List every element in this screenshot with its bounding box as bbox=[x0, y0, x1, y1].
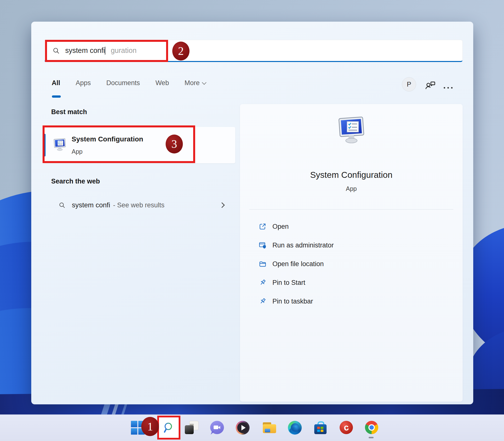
shield-icon bbox=[259, 241, 266, 249]
annotation-step-3: 3 bbox=[166, 135, 183, 154]
open-icon bbox=[259, 222, 266, 230]
tab-documents[interactable]: Documents bbox=[106, 79, 140, 87]
system-configuration-app-icon-large bbox=[336, 115, 367, 146]
pin-icon bbox=[259, 279, 266, 286]
task-view-icon bbox=[185, 421, 199, 435]
folder-icon bbox=[259, 260, 266, 268]
search-filter-tabs: All Apps Documents Web More bbox=[52, 79, 205, 87]
more-options-icon[interactable] bbox=[444, 87, 453, 89]
web-suggestion-hint: - See web results bbox=[113, 202, 165, 209]
pin-icon bbox=[259, 297, 266, 305]
file-explorer-button[interactable] bbox=[262, 421, 276, 435]
running-app-indicator bbox=[369, 437, 374, 438]
file-explorer-icon bbox=[262, 421, 276, 435]
active-tab-indicator bbox=[52, 95, 61, 98]
action-pin-to-start[interactable]: Pin to Start bbox=[240, 273, 463, 292]
chat-button[interactable] bbox=[210, 421, 224, 435]
desktop: system configuration All Apps Documents … bbox=[0, 0, 504, 441]
search-flyout: system configuration All Apps Documents … bbox=[31, 22, 473, 404]
action-list: Open Run as administrator bbox=[240, 217, 463, 311]
ccleaner-icon: c bbox=[340, 421, 353, 434]
divider bbox=[249, 209, 453, 210]
detail-title: System Configuration bbox=[240, 170, 463, 180]
edge-icon bbox=[288, 421, 302, 435]
web-suggestion-query: system confi bbox=[72, 201, 110, 209]
tab-web[interactable]: Web bbox=[156, 79, 169, 87]
tab-more[interactable]: More bbox=[185, 79, 206, 87]
tab-apps[interactable]: Apps bbox=[76, 79, 91, 87]
search-magnifier-icon bbox=[163, 421, 175, 434]
chrome-button[interactable] bbox=[365, 421, 379, 435]
microsoft-store-button[interactable] bbox=[313, 421, 327, 435]
section-search-the-web: Search the web bbox=[51, 178, 100, 185]
media-player-icon bbox=[236, 421, 250, 435]
result-detail-panel: System Configuration App Open bbox=[240, 104, 463, 402]
microsoft-store-icon bbox=[313, 421, 327, 435]
annotation-box-search-field bbox=[45, 40, 168, 62]
action-pin-to-taskbar[interactable]: Pin to taskbar bbox=[240, 292, 463, 311]
section-best-match: Best match bbox=[51, 108, 87, 116]
action-open[interactable]: Open bbox=[240, 217, 463, 236]
web-search-suggestion[interactable]: system confi - See web results bbox=[44, 193, 235, 218]
task-view-button[interactable] bbox=[185, 421, 199, 435]
tab-all[interactable]: All bbox=[52, 79, 60, 87]
chevron-right-icon[interactable] bbox=[219, 203, 225, 208]
user-avatar[interactable]: P bbox=[402, 77, 416, 92]
chat-icon bbox=[210, 421, 224, 434]
edge-button[interactable] bbox=[288, 421, 302, 435]
annotation-step-1: 1 bbox=[141, 417, 159, 436]
ccleaner-button[interactable]: c bbox=[340, 421, 353, 435]
action-run-as-administrator[interactable]: Run as administrator bbox=[240, 236, 463, 254]
media-player-button[interactable] bbox=[236, 421, 250, 435]
action-open-file-location[interactable]: Open file location bbox=[240, 254, 463, 273]
feedback-icon[interactable] bbox=[424, 80, 436, 92]
search-icon bbox=[59, 202, 65, 209]
taskbar-search-button[interactable] bbox=[157, 416, 180, 440]
taskbar bbox=[0, 414, 504, 441]
chevron-down-icon bbox=[202, 80, 207, 85]
detail-subtitle: App bbox=[240, 185, 463, 192]
annotation-step-2: 2 bbox=[172, 42, 190, 61]
chrome-icon bbox=[365, 421, 378, 434]
